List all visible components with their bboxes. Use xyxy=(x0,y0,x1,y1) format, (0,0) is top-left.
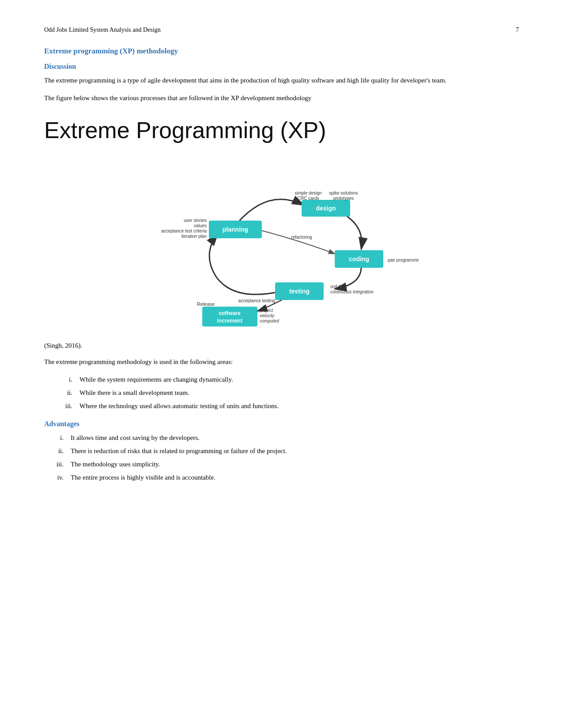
svg-text:design: design xyxy=(316,205,336,212)
intro-list-text: The extreme programming methodology is u… xyxy=(44,356,519,368)
svg-text:planning: planning xyxy=(222,226,248,233)
advantages-heading: Advantages xyxy=(44,420,519,428)
svg-text:refactoring: refactoring xyxy=(291,235,312,240)
list-item: iii. Where the technology used allows au… xyxy=(44,401,519,411)
main-heading: Extreme programming (XP) methodology xyxy=(44,47,519,56)
discussion-heading: Discussion xyxy=(44,63,519,71)
svg-text:increment: increment xyxy=(217,318,242,324)
svg-text:user stories: user stories xyxy=(184,218,207,223)
svg-text:Release: Release xyxy=(196,301,214,307)
svg-text:spike solutions: spike solutions xyxy=(329,191,358,195)
list-marker-3: iii. xyxy=(44,401,79,411)
svg-text:velocity: velocity xyxy=(260,313,275,318)
svg-text:computed: computed xyxy=(260,319,279,323)
list-item: i. While the system requirements are cha… xyxy=(44,374,519,385)
paragraph-1: The extreme programming is a type of agi… xyxy=(44,75,519,86)
svg-text:simple design: simple design xyxy=(295,191,321,195)
adv-marker-2: ii. xyxy=(44,446,71,456)
svg-text:prototypes: prototypes xyxy=(333,196,354,201)
paragraph-2: The figure below shows the various proce… xyxy=(44,93,519,104)
advantages-section: Advantages i. It allows time and cost sa… xyxy=(44,420,519,483)
citation: (Singh, 2016). xyxy=(44,342,519,349)
svg-text:unit test: unit test xyxy=(330,284,346,289)
advantages-list: i. It allows time and cost saving by the… xyxy=(44,432,519,483)
advantage-item: ii. There is reduction of risks that is … xyxy=(44,446,519,456)
svg-text:testing: testing xyxy=(289,288,310,295)
svg-text:pair programming: pair programming xyxy=(388,258,419,263)
adv-text-3: The methodology uses simplicity. xyxy=(71,459,519,469)
adv-marker-1: i. xyxy=(44,432,71,443)
xp-diagram: planning design coding testing software … xyxy=(44,152,519,338)
page-number: 7 xyxy=(516,26,519,34)
adv-text-2: There is reduction of risks that is rela… xyxy=(71,446,519,456)
advantage-item: iv. The entire process is highly visible… xyxy=(44,472,519,483)
document-title: Odd Jobs Limited System Analysis and Des… xyxy=(44,26,161,34)
advantage-item: i. It allows time and cost saving by the… xyxy=(44,432,519,443)
list-item: ii. While there is a small development t… xyxy=(44,387,519,398)
svg-text:acceptance testing: acceptance testing xyxy=(238,298,275,303)
adv-text-4: The entire process is highly visible and… xyxy=(71,472,519,483)
page-header: Odd Jobs Limited System Analysis and Des… xyxy=(44,26,519,34)
svg-text:coding: coding xyxy=(349,255,369,263)
svg-text:iteration plan: iteration plan xyxy=(181,234,206,239)
usage-list: i. While the system requirements are cha… xyxy=(44,374,519,411)
svg-text:values: values xyxy=(194,223,207,228)
page: Odd Jobs Limited System Analysis and Des… xyxy=(0,0,563,728)
list-marker-2: ii. xyxy=(44,387,79,398)
svg-text:software: software xyxy=(219,310,241,316)
svg-text:project: project xyxy=(259,308,273,313)
list-text-1: While the system requirements are changi… xyxy=(79,374,519,385)
svg-text:continuous integration: continuous integration xyxy=(330,289,374,294)
list-text-3: Where the technology used allows automat… xyxy=(79,401,519,411)
xp-diagram-svg: planning design coding testing software … xyxy=(145,152,419,338)
advantage-item: iii. The methodology uses simplicity. xyxy=(44,459,519,469)
svg-text:acceptance test criteria: acceptance test criteria xyxy=(161,229,207,233)
list-text-2: While there is a small development team. xyxy=(79,387,519,398)
adv-marker-3: iii. xyxy=(44,459,71,469)
xp-main-title: Extreme Programming (XP) xyxy=(44,117,519,143)
adv-marker-4: iv. xyxy=(44,472,71,483)
adv-text-1: It allows time and cost saving by the de… xyxy=(71,432,519,443)
list-marker-1: i. xyxy=(44,374,79,385)
svg-text:CRC cards: CRC cards xyxy=(297,196,319,201)
